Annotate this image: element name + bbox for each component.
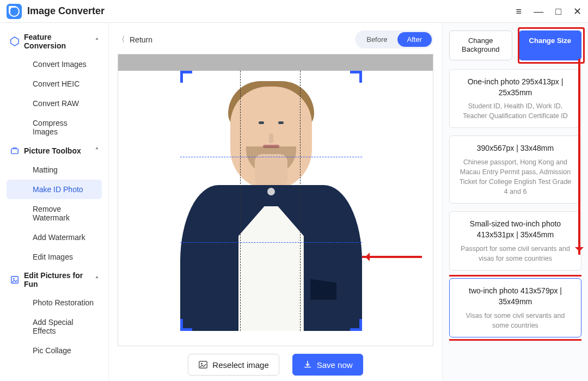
sidebar-item-label: Matting	[33, 165, 58, 174]
chevron-up-icon: ˄	[95, 276, 99, 284]
sidebar-item-photo-restoration[interactable]: Photo Restoration	[7, 293, 102, 312]
crop-handle-br[interactable]	[350, 319, 362, 331]
download-icon	[303, 360, 313, 370]
chevron-up-icon: ˄	[95, 147, 99, 155]
sidebar-item-label: Convert RAW	[33, 99, 79, 108]
sidebar-group-label: Edit Pictures for Fun	[24, 271, 91, 288]
size-card-highlighted: two-inch photo 413x579px | 35x49mm Visas…	[449, 278, 581, 337]
editor-pane: 〈 Return Before After	[109, 23, 442, 381]
sidebar-item-special-effects[interactable]: Add Special Effects	[7, 312, 102, 341]
button-label: Reselect image	[212, 360, 268, 370]
sidebar-item-label: Add Special Effects	[33, 318, 74, 335]
canvas[interactable]	[118, 54, 433, 346]
size-list[interactable]: One-inch photo 295x413px | 25x35mm Stude…	[449, 69, 581, 375]
chevron-up-icon: ˄	[95, 38, 99, 45]
annotation-arrow-left	[362, 256, 422, 258]
svg-rect-1	[11, 149, 19, 153]
sidebar-item-label: Add Watermark	[33, 233, 85, 242]
return-button[interactable]: 〈 Return	[118, 35, 152, 45]
change-size-button[interactable]: Change Size	[519, 30, 582, 60]
size-card[interactable]: two-inch photo 413x579px | 35x49mm Visas…	[449, 278, 581, 337]
editor-header: 〈 Return Before After	[114, 30, 437, 54]
sidebar-item-label: Edit Images	[33, 253, 73, 261]
canvas-margin	[118, 54, 433, 71]
sidebar-item-add-watermark[interactable]: Add Watermark	[7, 228, 102, 247]
crop-guide-h	[180, 242, 362, 243]
id-photo-preview	[180, 71, 362, 331]
sidebar-item-edit-images[interactable]: Edit Images	[7, 247, 102, 267]
crop-frame[interactable]	[180, 71, 362, 331]
panel-actions: Change Background Change Size	[449, 30, 581, 60]
svg-point-3	[13, 278, 15, 280]
hexagon-icon	[10, 36, 20, 46]
crop-guide-h	[180, 157, 362, 157]
app-logo-icon	[7, 4, 22, 19]
sparkle-icon	[10, 275, 20, 285]
reselect-image-button[interactable]: Reselect image	[188, 354, 279, 376]
size-card[interactable]: 390x567px | 33x48mm Chinese passport, Ho…	[449, 136, 581, 204]
size-desc: Passport for some civil servants and vis…	[457, 244, 573, 263]
sidebar: Feature Conversion ˄ Convert Images Conv…	[0, 23, 109, 381]
size-title: One-inch photo 295x413px | 25x35mm	[457, 76, 573, 99]
svg-marker-0	[11, 37, 19, 46]
size-title: 390x567px | 33x48mm	[457, 143, 573, 153]
size-card[interactable]: One-inch photo 295x413px | 25x35mm Stude…	[449, 69, 581, 128]
size-card[interactable]: Small-sized two-inch photo 413x531px | 3…	[449, 211, 581, 271]
sidebar-item-label: Pic Collage	[33, 346, 71, 355]
return-label: Return	[130, 35, 152, 44]
crop-handle-bl[interactable]	[180, 319, 192, 331]
crop-handle-tr[interactable]	[350, 71, 362, 83]
close-icon[interactable]: ✕	[573, 7, 581, 16]
size-desc: Visas for some civil servants and some c…	[457, 311, 573, 330]
sidebar-item-label: Make ID Photo	[33, 185, 83, 194]
sidebar-item-make-id-photo[interactable]: Make ID Photo	[7, 180, 102, 199]
toolbox-icon	[10, 146, 20, 156]
sidebar-item-convert-images[interactable]: Convert Images	[7, 54, 102, 74]
right-panel: Change Background Change Size One-inch p…	[442, 23, 588, 381]
image-icon	[198, 360, 208, 370]
crop-handle-tl[interactable]	[180, 71, 192, 83]
size-desc: Chinese passport, Hong Kong and Macau En…	[457, 157, 573, 197]
chevron-left-icon: 〈	[118, 35, 125, 45]
sidebar-item-remove-watermark[interactable]: Remove Watermark	[7, 199, 102, 228]
sidebar-group-label: Feature Conversion	[24, 33, 91, 50]
sidebar-item-pic-collage[interactable]: Pic Collage	[7, 341, 102, 360]
sidebar-item-label: Convert HEIC	[33, 79, 79, 88]
before-after-toggle: Before After	[355, 30, 433, 48]
size-title: Small-sized two-inch photo 413x531px | 3…	[457, 218, 573, 241]
sidebar-group-feature[interactable]: Feature Conversion ˄	[2, 28, 106, 54]
sidebar-item-label: Remove Watermark	[33, 205, 70, 222]
sidebar-item-matting[interactable]: Matting	[7, 160, 102, 180]
toggle-after[interactable]: After	[397, 32, 432, 47]
change-background-button[interactable]: Change Background	[449, 30, 512, 60]
sidebar-item-label: Photo Restoration	[33, 298, 94, 307]
title-bar: Image Converter ≡ — □ ✕	[0, 0, 588, 23]
sidebar-item-label: Compress Images	[33, 119, 68, 136]
crop-guide-v	[300, 71, 301, 331]
editor-actions: Reselect image Save now	[114, 354, 437, 376]
sidebar-item-label: Convert Images	[33, 60, 87, 69]
minimize-icon[interactable]: —	[534, 7, 543, 16]
sidebar-item-convert-raw[interactable]: Convert RAW	[7, 94, 102, 113]
sidebar-group-label: Picture Toolbox	[24, 146, 81, 155]
size-desc: Student ID, Health ID, Work ID, Teacher …	[457, 101, 573, 121]
save-now-button[interactable]: Save now	[292, 354, 363, 376]
menu-icon[interactable]: ≡	[516, 7, 522, 16]
size-title: two-inch photo 413x579px | 35x49mm	[457, 285, 573, 308]
svg-point-5	[201, 363, 203, 365]
sidebar-group-fun[interactable]: Edit Pictures for Fun ˄	[2, 267, 106, 293]
button-label: Save now	[317, 360, 353, 370]
crop-guide-v	[240, 71, 241, 331]
window-controls: ≡ — □ ✕	[516, 7, 581, 16]
annotation-arrow-down	[578, 59, 580, 255]
sidebar-item-convert-heic[interactable]: Convert HEIC	[7, 74, 102, 94]
sidebar-group-toolbox[interactable]: Picture Toolbox ˄	[2, 142, 106, 160]
sidebar-item-compress-images[interactable]: Compress Images	[7, 113, 102, 142]
toggle-before[interactable]: Before	[357, 32, 397, 47]
app-title: Image Converter	[27, 5, 105, 17]
maximize-icon[interactable]: □	[555, 7, 561, 16]
